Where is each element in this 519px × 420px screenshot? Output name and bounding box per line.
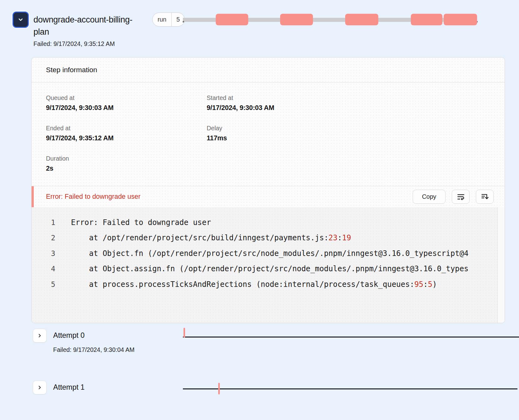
step-name: downgrade-account-billing-plan: [33, 14, 148, 38]
line-text: at Object.assign.fn (/opt/render/project…: [71, 264, 469, 273]
stack-trace: 1Error: Failed to downgrade user2 at /op…: [32, 215, 505, 292]
field-value: 9/17/2024, 9:30:03 AM: [207, 104, 490, 112]
error-banner: Error: Failed to downgrade user Copy: [32, 186, 505, 207]
run-detail-page: downgrade-account-billing-plan Failed: 9…: [0, 0, 519, 420]
attempt-0-label: Attempt 0: [53, 331, 85, 340]
chevron-right-icon: [37, 385, 43, 390]
run-timeline-segment[interactable]: [411, 14, 442, 25]
step-info-fields: Queued at 9/17/2024, 9:30:03 AM Started …: [32, 82, 505, 186]
run-badge-label: run: [153, 13, 171, 26]
run-timeline[interactable]: [183, 12, 477, 27]
attempt-1-label: Attempt 1: [53, 383, 85, 392]
field-label: Duration: [46, 155, 207, 162]
run-timeline-segment[interactable]: [444, 14, 477, 25]
stack-trace-line: 4 at Object.assign.fn (/opt/render/proje…: [32, 261, 505, 277]
error-message: Error: Failed to downgrade user: [46, 193, 140, 201]
field-queued-at: Queued at 9/17/2024, 9:30:03 AM: [46, 94, 207, 112]
scroll-to-bottom-button[interactable]: [476, 190, 494, 204]
step-information-card: Step information Queued at 9/17/2024, 9:…: [31, 57, 505, 323]
attempt-1-expand-button[interactable]: [33, 381, 47, 394]
wrap-text-button[interactable]: [452, 190, 470, 204]
run-timeline-segment[interactable]: [345, 14, 378, 25]
error-actions: Copy: [413, 190, 494, 204]
card-title: Step information: [32, 58, 505, 82]
field-value: 117ms: [207, 134, 490, 142]
line-number: 1: [32, 218, 71, 227]
attempt-0-status: Failed: 9/17/2024, 9:30:04 AM: [53, 346, 134, 353]
field-label: Queued at: [46, 94, 207, 102]
code-scrollbar[interactable]: [497, 207, 505, 323]
stack-trace-panel: 1Error: Failed to downgrade user2 at /op…: [32, 207, 505, 323]
run-timeline-segment[interactable]: [216, 14, 248, 25]
collapse-step-button[interactable]: [13, 12, 29, 28]
field-value: 9/17/2024, 9:35:12 AM: [46, 134, 207, 142]
wrap-text-icon: [457, 193, 465, 201]
stack-trace-line: 3 at Object.fn (/opt/render/project/src/…: [32, 246, 505, 261]
stack-trace-line: 2 at /opt/render/project/src/build/innge…: [32, 230, 505, 246]
scroll-to-bottom-icon: [481, 193, 489, 201]
copy-button[interactable]: Copy: [413, 190, 446, 204]
run-badge[interactable]: run 5: [152, 12, 185, 27]
field-duration: Duration 2s: [46, 155, 207, 172]
line-text: at Object.fn (/opt/render/project/src/no…: [71, 249, 469, 258]
timeline-start-dot: [183, 21, 184, 22]
line-number: 5: [32, 280, 71, 288]
field-label: Started at: [207, 94, 490, 102]
line-number: 2: [32, 234, 71, 242]
field-value: 9/17/2024, 9:30:03 AM: [46, 104, 207, 112]
run-badge-count: 5: [171, 13, 184, 26]
line-number: 4: [32, 265, 71, 273]
field-label: Delay: [207, 125, 490, 132]
attempt-line: [183, 388, 517, 389]
line-text: at /opt/render/project/src/build/inngest…: [71, 233, 351, 242]
field-ended-at: Ended at 9/17/2024, 9:35:12 AM: [46, 125, 207, 142]
field-value: 2s: [46, 165, 207, 172]
stack-trace-line: 1Error: Failed to downgrade user: [32, 215, 505, 230]
attempt-tick: [218, 383, 220, 394]
attempt-0-expand-button[interactable]: [33, 329, 47, 342]
field-label: Ended at: [46, 125, 207, 132]
line-text: at process.processTicksAndRejections (no…: [71, 280, 437, 289]
attempt-tick: [184, 328, 185, 338]
field-delay: Delay 117ms: [207, 125, 490, 142]
chevron-right-icon: [37, 333, 43, 338]
line-text: Error: Failed to downgrade user: [71, 218, 211, 227]
attempt-line: [183, 337, 519, 338]
stack-trace-line: 5 at process.processTicksAndRejections (…: [32, 277, 505, 292]
field-started-at: Started at 9/17/2024, 9:30:03 AM: [207, 94, 490, 112]
step-status: Failed: 9/17/2024, 9:35:12 AM: [33, 40, 148, 48]
run-timeline-segment[interactable]: [280, 14, 313, 25]
error-accent-bar: [32, 186, 34, 207]
line-number: 3: [32, 249, 71, 258]
step-header: downgrade-account-billing-plan Failed: 9…: [33, 14, 148, 48]
chevron-down-icon: [18, 17, 24, 23]
